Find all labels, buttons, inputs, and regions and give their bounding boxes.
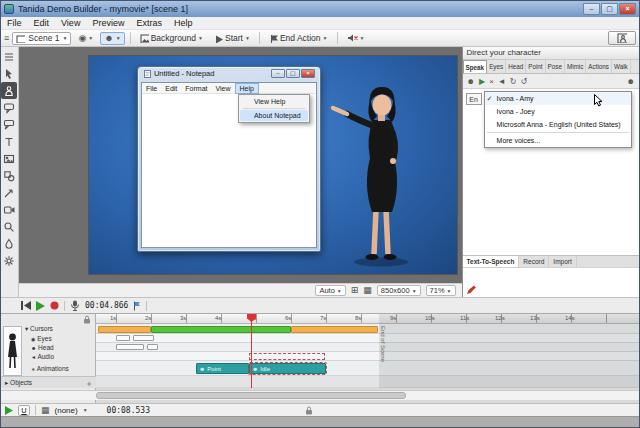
tab-actions[interactable]: Actions <box>586 60 612 73</box>
grid-toggle-icon[interactable]: ⊞ <box>351 286 359 295</box>
tab-eyes[interactable]: Eyes <box>487 60 506 73</box>
track-cursors[interactable]: ▾ Cursors <box>25 325 53 333</box>
menu-file[interactable]: File <box>1 18 28 28</box>
maximize-button[interactable]: ▢ <box>601 3 618 15</box>
animation-segment-idle[interactable]: ☻ Idle <box>249 363 326 374</box>
tab-mimic[interactable]: Mimic <box>565 60 586 73</box>
voice-settings-icon[interactable]: ☻ <box>627 77 635 86</box>
menu-help[interactable]: Help <box>168 18 199 28</box>
skip-start-button[interactable] <box>21 301 31 310</box>
tab-text-to-speech[interactable]: Text-To-Speech <box>463 256 520 267</box>
character-button[interactable]: ☻▼ <box>100 32 124 45</box>
microphone-icon[interactable] <box>70 300 80 311</box>
callout-icon[interactable] <box>1 116 17 133</box>
cursor-segment[interactable] <box>98 326 151 333</box>
speech-source-tabs: Text-To-Speech Record Import <box>463 255 639 267</box>
voice-item[interactable]: Microsoft Anna - English (United States) <box>485 118 631 131</box>
text-icon[interactable] <box>1 133 17 150</box>
animation-segment-point[interactable]: ☻ Point <box>196 363 249 374</box>
voice-item[interactable]: Ivona - Joey <box>485 105 631 118</box>
character-icon[interactable] <box>1 82 17 99</box>
volume-icon[interactable]: ◄ <box>498 77 506 86</box>
eyes-segment[interactable] <box>133 335 154 341</box>
end-action-dropdown[interactable]: End Action▼ <box>265 32 332 45</box>
voice-item-selected[interactable]: ✓ Ivona - Amy <box>485 92 631 105</box>
presenter-character[interactable] <box>314 84 434 274</box>
track-objects[interactable]: ▸ Objects <box>5 379 32 387</box>
language-badge[interactable]: En <box>466 93 482 105</box>
settings-icon[interactable] <box>1 252 17 269</box>
scene-select[interactable]: Scene 1▼ <box>12 32 71 45</box>
track-audio[interactable]: ◄ Audio <box>31 353 54 360</box>
tab-speak[interactable]: Speak <box>463 60 488 73</box>
app-window: Tanida Demo Builder - mymovie* [scene 1]… <box>0 0 640 428</box>
start-dropdown[interactable]: Start▼ <box>210 32 254 45</box>
track-eyes[interactable]: ◉ Eyes <box>31 335 52 342</box>
track-head[interactable]: ☻ Head <box>31 344 54 351</box>
tab-record[interactable]: Record <box>519 256 549 267</box>
tab-point[interactable]: Point <box>526 60 545 73</box>
notepad-menu-view: View <box>211 83 234 94</box>
play-button[interactable] <box>36 301 45 311</box>
menu-preview[interactable]: Preview <box>86 18 130 28</box>
more-voices-item[interactable]: More voices... <box>485 134 631 147</box>
play-speech-icon[interactable]: ▶ <box>479 77 485 86</box>
voice-dropdown: ✓ Ivona - Amy Ivona - Joey Microsoft Ann… <box>484 91 632 148</box>
select-icon[interactable] <box>1 65 17 82</box>
undo-toggle[interactable]: U <box>18 405 30 416</box>
selection-label[interactable]: (none) <box>55 406 78 415</box>
lock-icon[interactable] <box>83 315 91 324</box>
visibility-button[interactable]: ◉▼ <box>74 32 97 45</box>
marker-icon[interactable] <box>133 301 141 311</box>
mute-audio-button[interactable]: ▼ <box>343 32 369 45</box>
undo-icon[interactable]: ↺ <box>520 77 527 86</box>
image-icon[interactable] <box>1 150 17 167</box>
cursor-segment[interactable] <box>291 326 378 333</box>
eyes-segment[interactable] <box>116 335 130 341</box>
character-track-thumbnail[interactable] <box>3 326 22 376</box>
playhead-line[interactable] <box>251 314 252 388</box>
speech-bubble-icon[interactable] <box>1 99 17 116</box>
audio-selection[interactable] <box>249 353 325 360</box>
menu-icon[interactable] <box>1 48 17 65</box>
shapes-icon[interactable] <box>1 167 17 184</box>
snap-toggle-icon[interactable]: ▦ <box>363 286 372 295</box>
timeline-scrollbar-thumb[interactable] <box>96 392 406 399</box>
selection-dropdown-caret[interactable]: ▼ <box>83 407 88 413</box>
panel-menu-icon[interactable]: ≡ <box>4 34 9 43</box>
add-track-icon[interactable]: ＋ <box>85 378 93 389</box>
tab-head[interactable]: Head <box>506 60 526 73</box>
scene-lock-icon[interactable] <box>305 406 313 415</box>
track-animations[interactable]: ∗ Animations <box>31 365 69 372</box>
tab-import[interactable]: Import <box>549 256 576 267</box>
video-icon[interactable] <box>1 201 17 218</box>
background-dropdown[interactable]: Background▼ <box>136 32 207 45</box>
menu-extras[interactable]: Extras <box>130 18 168 28</box>
scene-stage[interactable]: Untitled - Notepad – ▢ × File Edit Forma… <box>89 56 457 274</box>
minimize-button[interactable]: – <box>583 3 600 15</box>
redo-icon[interactable]: ↻ <box>510 77 517 86</box>
speech-text-area[interactable] <box>463 267 639 297</box>
close-button[interactable]: × <box>619 3 636 15</box>
edit-canvas[interactable]: Untitled - Notepad – ▢ × File Edit Forma… <box>19 47 462 283</box>
head-segment[interactable] <box>116 344 144 350</box>
character-panel-toggle[interactable] <box>608 31 636 45</box>
menu-view[interactable]: View <box>55 18 86 28</box>
scene-notepad-window: Untitled - Notepad – ▢ × File Edit Forma… <box>137 66 321 252</box>
record-button[interactable] <box>50 301 59 310</box>
delete-speech-icon[interactable]: × <box>489 77 494 86</box>
timeline-scrollbar[interactable] <box>1 390 639 400</box>
menu-edit[interactable]: Edit <box>28 18 56 28</box>
zoom-icon[interactable] <box>1 218 17 235</box>
arrow-icon[interactable] <box>1 184 17 201</box>
head-segment[interactable] <box>147 344 158 350</box>
cursor-segment-active[interactable] <box>151 326 291 333</box>
tab-walk[interactable]: Walk <box>612 60 631 73</box>
tab-pose[interactable]: Pose <box>546 60 565 73</box>
preview-play-icon[interactable] <box>5 406 13 415</box>
droplet-icon[interactable] <box>1 235 17 252</box>
add-speech-icon[interactable]: ☻ <box>467 77 475 86</box>
resolution-select[interactable]: 850x600▼ <box>377 285 421 296</box>
auto-quality-select[interactable]: Auto▼ <box>315 285 345 296</box>
zoom-select[interactable]: 71%▼ <box>426 285 456 296</box>
